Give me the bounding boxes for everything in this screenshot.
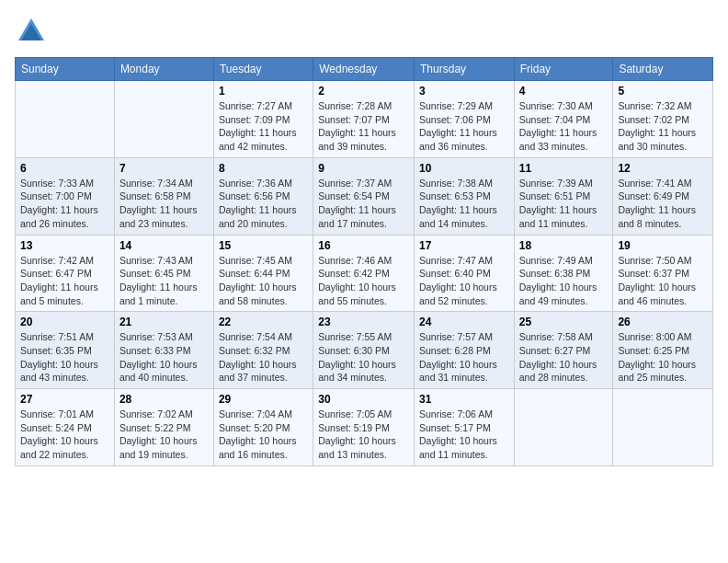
day-number: 18 (519, 239, 609, 252)
day-number: 19 (618, 239, 708, 252)
day-number: 27 (20, 393, 109, 406)
calendar-cell: 1 Sunrise: 7:27 AMSunset: 7:09 PMDayligh… (213, 81, 313, 158)
day-number: 28 (119, 393, 209, 406)
day-detail: Sunrise: 7:38 AMSunset: 6:53 PMDaylight:… (419, 177, 509, 231)
day-detail: Sunrise: 7:28 AMSunset: 7:07 PMDaylight:… (318, 99, 409, 154)
day-number: 16 (318, 239, 409, 252)
calendar-cell: 21 Sunrise: 7:53 AMSunset: 6:33 PMDaylig… (114, 312, 213, 389)
calendar-cell: 7 Sunrise: 7:34 AMSunset: 6:58 PMDayligh… (114, 157, 213, 235)
calendar-cell: 4 Sunrise: 7:30 AMSunset: 7:04 PMDayligh… (514, 81, 613, 158)
day-detail: Sunrise: 7:46 AMSunset: 6:42 PMDaylight:… (318, 254, 409, 308)
day-number: 1 (219, 85, 308, 98)
weekday-header: Monday (114, 58, 213, 81)
calendar-cell: 26 Sunrise: 8:00 AMSunset: 6:25 PMDaylig… (613, 312, 713, 389)
day-number: 31 (419, 393, 509, 406)
weekday-header: Friday (514, 58, 613, 81)
calendar-cell: 28 Sunrise: 7:02 AMSunset: 5:22 PMDaylig… (114, 389, 213, 466)
day-detail: Sunrise: 7:55 AMSunset: 6:30 PMDaylight:… (318, 330, 409, 385)
calendar-cell: 14 Sunrise: 7:43 AMSunset: 6:45 PMDaylig… (114, 235, 213, 312)
calendar-week-row: 27 Sunrise: 7:01 AMSunset: 5:24 PMDaylig… (16, 389, 713, 466)
weekday-header-row: SundayMondayTuesdayWednesdayThursdayFrid… (16, 58, 713, 81)
day-detail: Sunrise: 7:45 AMSunset: 6:44 PMDaylight:… (219, 254, 308, 308)
day-detail: Sunrise: 7:50 AMSunset: 6:37 PMDaylight:… (618, 254, 708, 308)
calendar-cell: 18 Sunrise: 7:49 AMSunset: 6:38 PMDaylig… (514, 235, 613, 312)
calendar-week-row: 20 Sunrise: 7:51 AMSunset: 6:35 PMDaylig… (16, 312, 713, 389)
day-detail: Sunrise: 7:42 AMSunset: 6:47 PMDaylight:… (20, 254, 109, 308)
day-number: 26 (618, 316, 708, 328)
day-number: 23 (318, 316, 409, 328)
weekday-header: Sunday (16, 58, 115, 81)
day-detail: Sunrise: 7:04 AMSunset: 5:20 PMDaylight:… (219, 408, 308, 462)
calendar-cell (16, 81, 115, 158)
weekday-header: Thursday (415, 58, 515, 81)
calendar-table: SundayMondayTuesdayWednesdayThursdayFrid… (15, 57, 713, 466)
calendar-cell: 24 Sunrise: 7:57 AMSunset: 6:28 PMDaylig… (415, 312, 515, 389)
day-number: 9 (318, 162, 409, 175)
day-number: 22 (219, 316, 308, 328)
calendar-cell: 12 Sunrise: 7:41 AMSunset: 6:49 PMDaylig… (613, 157, 713, 235)
day-number: 20 (20, 316, 109, 328)
calendar-cell: 13 Sunrise: 7:42 AMSunset: 6:47 PMDaylig… (16, 235, 115, 312)
logo (15, 15, 51, 48)
day-detail: Sunrise: 7:57 AMSunset: 6:28 PMDaylight:… (419, 330, 509, 385)
day-number: 25 (519, 316, 609, 328)
calendar-week-row: 13 Sunrise: 7:42 AMSunset: 6:47 PMDaylig… (16, 235, 713, 312)
day-detail: Sunrise: 7:36 AMSunset: 6:56 PMDaylight:… (219, 177, 308, 231)
calendar-cell: 19 Sunrise: 7:50 AMSunset: 6:37 PMDaylig… (613, 235, 713, 312)
weekday-header: Wednesday (313, 58, 415, 81)
calendar-cell: 11 Sunrise: 7:39 AMSunset: 6:51 PMDaylig… (514, 157, 613, 235)
day-number: 12 (618, 162, 708, 175)
calendar-cell: 17 Sunrise: 7:47 AMSunset: 6:40 PMDaylig… (415, 235, 515, 312)
calendar-cell: 29 Sunrise: 7:04 AMSunset: 5:20 PMDaylig… (213, 389, 313, 466)
day-detail: Sunrise: 7:34 AMSunset: 6:58 PMDaylight:… (119, 177, 209, 231)
day-number: 29 (219, 393, 308, 406)
calendar-cell: 3 Sunrise: 7:29 AMSunset: 7:06 PMDayligh… (415, 81, 515, 158)
day-number: 24 (419, 316, 509, 328)
day-detail: Sunrise: 7:29 AMSunset: 7:06 PMDaylight:… (419, 99, 509, 154)
day-number: 14 (119, 239, 209, 252)
day-detail: Sunrise: 7:33 AMSunset: 7:00 PMDaylight:… (20, 177, 109, 231)
calendar-cell: 20 Sunrise: 7:51 AMSunset: 6:35 PMDaylig… (16, 312, 115, 389)
calendar-week-row: 6 Sunrise: 7:33 AMSunset: 7:00 PMDayligh… (16, 157, 713, 235)
day-detail: Sunrise: 7:01 AMSunset: 5:24 PMDaylight:… (20, 408, 109, 462)
day-detail: Sunrise: 7:06 AMSunset: 5:17 PMDaylight:… (419, 408, 509, 462)
calendar-cell: 15 Sunrise: 7:45 AMSunset: 6:44 PMDaylig… (213, 235, 313, 312)
day-number: 30 (318, 393, 409, 406)
day-detail: Sunrise: 7:02 AMSunset: 5:22 PMDaylight:… (119, 408, 209, 462)
day-number: 21 (119, 316, 209, 328)
day-number: 4 (519, 85, 609, 98)
day-number: 11 (519, 162, 609, 175)
calendar-cell: 8 Sunrise: 7:36 AMSunset: 6:56 PMDayligh… (213, 157, 313, 235)
day-number: 6 (20, 162, 109, 175)
day-detail: Sunrise: 7:27 AMSunset: 7:09 PMDaylight:… (219, 99, 308, 154)
day-number: 8 (219, 162, 308, 175)
day-detail: Sunrise: 7:49 AMSunset: 6:38 PMDaylight:… (519, 254, 609, 308)
day-number: 7 (119, 162, 209, 175)
day-number: 13 (20, 239, 109, 252)
calendar-cell: 10 Sunrise: 7:38 AMSunset: 6:53 PMDaylig… (415, 157, 515, 235)
day-number: 15 (219, 239, 308, 252)
day-detail: Sunrise: 7:37 AMSunset: 6:54 PMDaylight:… (318, 177, 409, 231)
calendar-cell: 9 Sunrise: 7:37 AMSunset: 6:54 PMDayligh… (313, 157, 415, 235)
calendar-cell: 22 Sunrise: 7:54 AMSunset: 6:32 PMDaylig… (213, 312, 313, 389)
calendar-cell: 25 Sunrise: 7:58 AMSunset: 6:27 PMDaylig… (514, 312, 613, 389)
day-detail: Sunrise: 7:39 AMSunset: 6:51 PMDaylight:… (519, 177, 609, 231)
calendar-cell: 5 Sunrise: 7:32 AMSunset: 7:02 PMDayligh… (613, 81, 713, 158)
calendar-cell (613, 389, 713, 466)
calendar-cell: 31 Sunrise: 7:06 AMSunset: 5:17 PMDaylig… (415, 389, 515, 466)
day-number: 5 (618, 85, 708, 98)
calendar-cell: 16 Sunrise: 7:46 AMSunset: 6:42 PMDaylig… (313, 235, 415, 312)
day-detail: Sunrise: 7:32 AMSunset: 7:02 PMDaylight:… (618, 99, 708, 154)
page-header (15, 15, 713, 48)
day-detail: Sunrise: 7:43 AMSunset: 6:45 PMDaylight:… (119, 254, 209, 308)
day-detail: Sunrise: 7:41 AMSunset: 6:49 PMDaylight:… (618, 177, 708, 231)
calendar-cell (514, 389, 613, 466)
weekday-header: Tuesday (213, 58, 313, 81)
day-detail: Sunrise: 7:53 AMSunset: 6:33 PMDaylight:… (119, 330, 209, 385)
calendar-cell: 30 Sunrise: 7:05 AMSunset: 5:19 PMDaylig… (313, 389, 415, 466)
day-detail: Sunrise: 7:51 AMSunset: 6:35 PMDaylight:… (20, 330, 109, 385)
calendar-week-row: 1 Sunrise: 7:27 AMSunset: 7:09 PMDayligh… (16, 81, 713, 158)
day-number: 10 (419, 162, 509, 175)
day-detail: Sunrise: 7:47 AMSunset: 6:40 PMDaylight:… (419, 254, 509, 308)
day-detail: Sunrise: 7:30 AMSunset: 7:04 PMDaylight:… (519, 99, 609, 154)
